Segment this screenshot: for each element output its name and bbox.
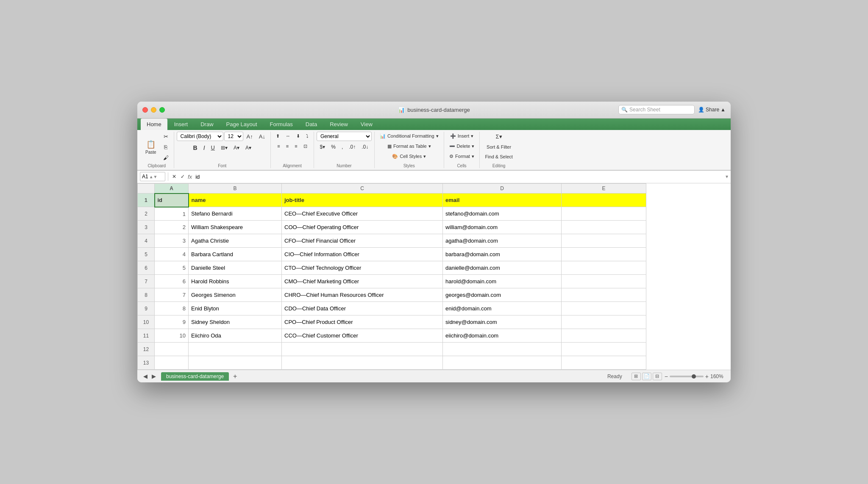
cell-E5[interactable] <box>562 248 646 261</box>
number-format-select[interactable]: General <box>317 132 372 141</box>
cell-B3[interactable]: William Shakespeare <box>189 221 282 234</box>
insert-cells-button[interactable]: ➕ Insert ▾ <box>448 132 476 141</box>
col-header-A[interactable]: A <box>155 183 189 194</box>
cell-C4[interactable]: CFO—Chief Financial Officer <box>282 234 443 248</box>
share-button[interactable]: 👤 Share ▲ <box>698 107 726 113</box>
cell-D5[interactable]: barbara@domain.com <box>443 248 562 261</box>
wrap-text-button[interactable]: ⤵ <box>303 132 311 140</box>
cell-C13[interactable] <box>282 356 443 370</box>
increase-font-button[interactable]: A↑ <box>244 132 256 141</box>
cell-B9[interactable]: Enid Blyton <box>189 302 282 315</box>
col-header-B[interactable]: B <box>189 183 282 194</box>
cell-A1[interactable]: id <box>155 194 189 207</box>
row-header-3[interactable]: 3 <box>138 221 155 234</box>
cell-D8[interactable]: georges@domain.com <box>443 288 562 302</box>
underline-button[interactable]: U <box>209 143 217 152</box>
minimize-button[interactable] <box>151 107 156 113</box>
cell-A3[interactable]: 2 <box>155 221 189 234</box>
tab-draw[interactable]: Draw <box>195 119 219 130</box>
cell-C2[interactable]: CEO—Chief Executive Officer <box>282 207 443 221</box>
cut-button[interactable]: ✂ <box>161 132 171 141</box>
next-sheet-button[interactable]: ▶ <box>150 372 158 380</box>
maximize-button[interactable] <box>159 107 165 113</box>
cell-D11[interactable]: eiichiro@domain.com <box>443 329 562 343</box>
paste-button[interactable]: 📋 Paste <box>142 138 159 157</box>
format-as-table-button[interactable]: ▦ Format as Table ▾ <box>385 142 434 151</box>
tab-data[interactable]: Data <box>300 119 323 130</box>
formula-expand-icon[interactable]: ▾ <box>726 174 728 180</box>
cell-E8[interactable] <box>562 288 646 302</box>
currency-button[interactable]: $▾ <box>317 142 328 152</box>
row-header-4[interactable]: 4 <box>138 234 155 248</box>
cell-B1[interactable]: name <box>189 194 282 207</box>
cell-C8[interactable]: CHRO—Chief Human Resources Officer <box>282 288 443 302</box>
cell-D10[interactable]: sidney@domain.com <box>443 315 562 329</box>
cell-E1[interactable] <box>562 194 646 207</box>
cell-C11[interactable]: CCO—Chief Customer Officer <box>282 329 443 343</box>
page-break-view-button[interactable]: ⊟ <box>653 373 662 380</box>
cell-B7[interactable]: Harold Robbins <box>189 275 282 288</box>
cell-E7[interactable] <box>562 275 646 288</box>
cell-E11[interactable] <box>562 329 646 343</box>
cell-E6[interactable] <box>562 261 646 275</box>
row-header-8[interactable]: 8 <box>138 288 155 302</box>
cell-D1[interactable]: email <box>443 194 562 207</box>
cell-D3[interactable]: william@domain.com <box>443 221 562 234</box>
sheet-tab[interactable]: business-card-datamerge <box>161 372 229 381</box>
zoom-out-button[interactable]: − <box>665 373 668 380</box>
cell-B8[interactable]: Georges Simenon <box>189 288 282 302</box>
cell-C9[interactable]: CDO—Chief Data Officer <box>282 302 443 315</box>
cell-E10[interactable] <box>562 315 646 329</box>
zoom-thumb[interactable] <box>692 374 696 379</box>
font-size-select[interactable]: 12 <box>224 132 243 141</box>
align-left-button[interactable]: ≡ <box>275 142 282 150</box>
cell-A10[interactable]: 9 <box>155 315 189 329</box>
cell-A12[interactable] <box>155 343 189 356</box>
cell-E2[interactable] <box>562 207 646 221</box>
row-header-11[interactable]: 11 <box>138 329 155 343</box>
align-middle-button[interactable]: ↔ <box>283 132 293 140</box>
cell-D4[interactable]: agatha@domain.com <box>443 234 562 248</box>
cell-reference-box[interactable]: A1 ▲▼ <box>140 172 165 181</box>
format-cells-button[interactable]: ⚙ Format ▾ <box>447 152 477 161</box>
cell-A2[interactable]: 1 <box>155 207 189 221</box>
cell-E9[interactable] <box>562 302 646 315</box>
font-color-button[interactable]: A▾ <box>243 143 254 152</box>
cell-E4[interactable] <box>562 234 646 248</box>
cell-C1[interactable]: job-title <box>282 194 443 207</box>
align-bottom-button[interactable]: ⬇ <box>294 132 303 141</box>
find-select-button[interactable]: Find & Select <box>482 152 515 161</box>
tab-review[interactable]: Review <box>324 119 354 130</box>
increase-decimal-button[interactable]: .0↑ <box>346 142 358 152</box>
cell-B11[interactable]: Eiichiro Oda <box>189 329 282 343</box>
page-layout-view-button[interactable]: 📄 <box>642 373 651 380</box>
cell-A6[interactable]: 5 <box>155 261 189 275</box>
comma-button[interactable]: , <box>339 142 345 152</box>
close-button[interactable] <box>142 107 148 113</box>
decrease-decimal-button[interactable]: .0↓ <box>359 142 371 152</box>
cell-A7[interactable]: 6 <box>155 275 189 288</box>
sort-filter-button[interactable]: Sort & Filter <box>484 143 514 151</box>
cell-B4[interactable]: Agatha Christie <box>189 234 282 248</box>
cell-D7[interactable]: harold@domain.com <box>443 275 562 288</box>
cell-B2[interactable]: Stefano Bernardi <box>189 207 282 221</box>
copy-button[interactable]: ⎘ <box>161 142 171 152</box>
row-header-9[interactable]: 9 <box>138 302 155 315</box>
row-header-6[interactable]: 6 <box>138 261 155 275</box>
row-header-5[interactable]: 5 <box>138 248 155 261</box>
cell-C12[interactable] <box>282 343 443 356</box>
align-center-button[interactable]: ≡ <box>284 142 291 150</box>
col-header-C[interactable]: C <box>282 183 443 194</box>
cell-B5[interactable]: Barbara Cartland <box>189 248 282 261</box>
cell-C10[interactable]: CPO—Chief Product Officer <box>282 315 443 329</box>
cell-A4[interactable]: 3 <box>155 234 189 248</box>
font-family-select[interactable]: Calibri (Body) <box>177 132 223 141</box>
cell-C6[interactable]: CTO—Chief Technology Officer <box>282 261 443 275</box>
row-header-2[interactable]: 2 <box>138 207 155 221</box>
zoom-track[interactable] <box>670 376 704 377</box>
cell-B12[interactable] <box>189 343 282 356</box>
add-sheet-button[interactable]: + <box>231 373 239 380</box>
align-top-button[interactable]: ⬆ <box>273 132 282 141</box>
cell-A13[interactable] <box>155 356 189 370</box>
cell-B10[interactable]: Sidney Sheldon <box>189 315 282 329</box>
